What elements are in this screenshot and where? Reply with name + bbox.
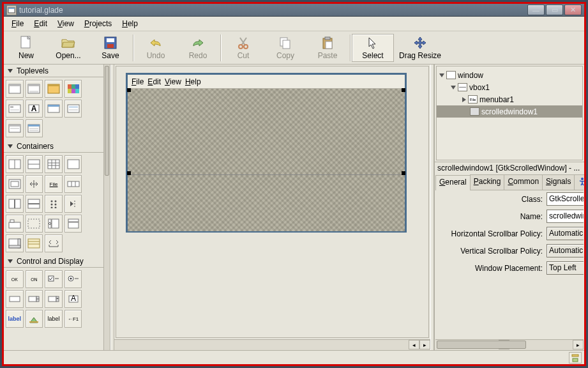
palette-scrollbar[interactable] [104, 65, 110, 350]
scroll-right-icon[interactable]: ▸ [419, 340, 430, 349]
palette-item[interactable] [64, 195, 82, 213]
palette-item[interactable] [26, 215, 43, 233]
palette-item[interactable] [64, 155, 82, 173]
tool-copy[interactable]: Copy [264, 34, 306, 62]
tool-cut[interactable]: Cut [222, 34, 264, 62]
svg-rect-74 [68, 219, 79, 222]
maximize-button[interactable]: ▭ [546, 4, 563, 15]
design-lower-slot[interactable] [128, 175, 405, 231]
palette-item[interactable] [26, 195, 43, 213]
svg-rect-87 [10, 296, 20, 302]
palette-item[interactable]: A [26, 100, 43, 118]
palette-item[interactable] [45, 290, 63, 308]
palette-item[interactable] [45, 100, 63, 118]
tree-row[interactable]: vbox1 [437, 81, 582, 93]
palette-item[interactable]: ON [26, 270, 43, 288]
menubar: File Edit View Projects Help [4, 17, 584, 31]
tool-drag-resize[interactable]: Drag Resize [394, 34, 446, 62]
palette-item[interactable] [6, 80, 24, 98]
palette-item[interactable] [64, 175, 82, 193]
property-scrollbar-h[interactable]: ◂ ▸ [435, 339, 584, 350]
canvas-scrollbar-h[interactable]: ◂ ▸ [114, 339, 430, 350]
minimize-button[interactable]: — [527, 4, 545, 15]
palette-item[interactable] [26, 310, 43, 328]
palette-item[interactable] [26, 175, 43, 193]
design-window[interactable]: File Edit View Help [126, 73, 407, 233]
palette-item[interactable]: File [45, 175, 63, 193]
tool-redo[interactable]: Redo [177, 34, 219, 62]
prop-hscroll-policy[interactable]: Automatic [547, 227, 584, 240]
prop-name[interactable]: scrolledwindow1 [547, 210, 584, 223]
svg-text:A: A [31, 104, 37, 113]
menu-help[interactable]: Help [118, 18, 142, 29]
close-button[interactable]: ✕ [564, 4, 582, 15]
svg-point-85 [70, 278, 72, 280]
palette-item[interactable] [26, 155, 43, 173]
palette-item[interactable] [45, 155, 63, 173]
design-scrolledwindow[interactable] [128, 89, 405, 175]
palette-item[interactable] [6, 215, 24, 233]
palette-item[interactable] [6, 234, 24, 252]
palette-item[interactable] [6, 119, 24, 137]
prop-window-placement[interactable]: Top Left [547, 261, 584, 275]
palette-item[interactable] [6, 175, 24, 193]
palette-item[interactable]: OK [6, 270, 24, 288]
tool-save[interactable]: Save [89, 34, 132, 62]
palette-item[interactable] [6, 195, 24, 213]
design-menu-view[interactable]: View [165, 77, 181, 86]
tool-new[interactable]: New [5, 34, 47, 62]
palette-item[interactable] [64, 215, 82, 233]
tab-accessibility[interactable] [574, 174, 584, 190]
tree-row[interactable]: File menubar1 [437, 93, 582, 105]
palette-item[interactable] [6, 155, 24, 173]
palette-item[interactable] [45, 215, 63, 233]
scroll-right-icon[interactable]: ▸ [573, 340, 584, 349]
palette-section-containers[interactable]: Containers [4, 140, 103, 153]
palette-item[interactable] [45, 270, 63, 288]
design-menu-help[interactable]: Help [185, 77, 201, 86]
tab-packing[interactable]: Packing [470, 174, 505, 190]
palette-item[interactable]: ←F1 [64, 310, 82, 328]
tool-paste[interactable]: Paste [306, 34, 349, 62]
tool-select[interactable]: Select [352, 34, 394, 62]
widget-tree[interactable]: window vbox1 File menubar1 scrolledwindo… [436, 66, 583, 160]
design-menu-file[interactable]: File [132, 77, 144, 86]
design-menu-edit[interactable]: Edit [147, 77, 161, 86]
prop-vscroll-policy[interactable]: Automatic [547, 244, 584, 257]
tree-row-selected[interactable]: scrolledwindow1 [437, 105, 582, 118]
tab-signals[interactable]: Signals [542, 174, 575, 190]
design-menubar[interactable]: File Edit View Help [128, 75, 405, 89]
tab-general[interactable]: General [435, 175, 471, 190]
tool-undo[interactable]: Undo [135, 34, 177, 62]
palette-item[interactable]: A [64, 290, 82, 308]
palette-item[interactable] [26, 80, 43, 98]
menu-view[interactable]: View [54, 18, 78, 29]
status-icon[interactable] [569, 352, 582, 364]
scroll-left-icon[interactable]: ◂ [409, 340, 419, 349]
palette-item[interactable] [45, 195, 63, 213]
menu-edit[interactable]: Edit [30, 18, 51, 29]
canvas-viewport[interactable]: File Edit View Help [116, 66, 429, 338]
palette-item[interactable] [26, 290, 43, 308]
tool-open[interactable]: Open... [47, 34, 89, 62]
palette-item[interactable]: label [45, 310, 63, 328]
svg-rect-69 [9, 222, 20, 228]
palette-item[interactable] [45, 234, 63, 252]
palette-section-toplevels[interactable]: Toplevels [4, 65, 103, 77]
palette-item[interactable] [64, 80, 82, 98]
prop-class[interactable]: GtkScrolledWindow [547, 192, 584, 206]
palette-item[interactable] [26, 234, 43, 252]
palette-item[interactable] [45, 80, 63, 98]
palette-item[interactable] [64, 100, 82, 118]
palette-item[interactable] [64, 270, 82, 288]
palette-item[interactable] [26, 119, 43, 137]
svg-rect-42 [29, 130, 38, 131]
palette-item[interactable]: label [6, 310, 24, 328]
palette-item[interactable] [6, 100, 24, 118]
palette-section-control[interactable]: Control and Display [4, 255, 103, 268]
tab-common[interactable]: Common [504, 174, 543, 190]
menu-projects[interactable]: Projects [80, 18, 116, 29]
palette-item[interactable] [6, 290, 24, 308]
tree-row[interactable]: window [437, 69, 582, 81]
menu-file[interactable]: File [8, 18, 27, 29]
